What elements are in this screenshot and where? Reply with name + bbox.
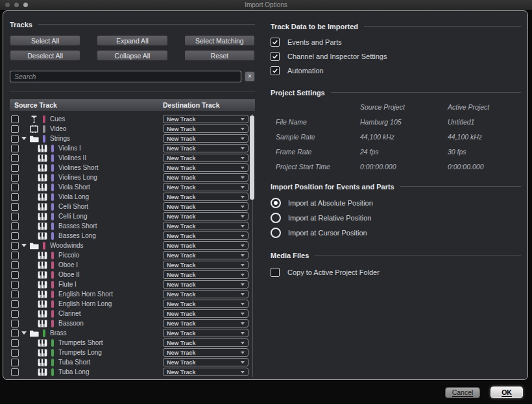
track-checkbox[interactable] — [11, 213, 19, 220]
track-checkbox[interactable] — [11, 329, 19, 337]
destination-track-dropdown[interactable]: New Track — [163, 319, 248, 327]
channel-and-inspector-settings-checkbox[interactable] — [271, 52, 280, 61]
track-row-tuba-long[interactable]: Tuba LongNew Track — [10, 367, 255, 377]
ok-button[interactable]: OK — [490, 386, 523, 398]
import-at-relative-position-radio[interactable] — [271, 213, 281, 223]
track-checkbox[interactable] — [11, 271, 19, 279]
destination-track-dropdown[interactable]: New Track — [163, 125, 248, 133]
track-checkbox[interactable] — [11, 164, 19, 172]
search-clear-button[interactable]: × — [245, 71, 255, 82]
destination-track-dropdown[interactable]: New Track — [163, 134, 248, 143]
copy-to-active-project-folder-checkbox[interactable] — [271, 268, 280, 277]
track-row-strings[interactable]: StringsNew Track — [10, 134, 255, 143]
destination-track-dropdown[interactable]: New Track — [163, 115, 248, 123]
destination-track-dropdown[interactable]: New Track — [163, 202, 248, 211]
destination-track-dropdown[interactable]: New Track — [163, 163, 248, 172]
chevron-down-icon[interactable] — [21, 244, 27, 247]
window-minimize-button[interactable] — [14, 3, 19, 7]
track-row-violins-i[interactable]: Violins INew Track — [10, 143, 255, 153]
track-row-flute-i[interactable]: Flute INew Track — [10, 279, 255, 289]
track-row-oboe-ii[interactable]: Oboe IINew Track — [10, 270, 255, 279]
destination-track-dropdown[interactable]: New Track — [163, 309, 248, 318]
track-checkbox[interactable] — [11, 320, 19, 327]
track-row-violines-ii[interactable]: Violines IINew Track — [10, 153, 255, 163]
track-row-clarinet[interactable]: ClarinetNew Track — [10, 309, 255, 318]
track-checkbox[interactable] — [11, 184, 19, 191]
track-checkbox[interactable] — [11, 174, 19, 182]
deselect-all-button[interactable]: Deselect All — [10, 50, 80, 61]
destination-track-dropdown[interactable]: New Track — [163, 339, 248, 347]
destination-track-dropdown[interactable]: New Track — [163, 251, 248, 259]
track-row-basses-short[interactable]: Basses ShortNew Track — [10, 221, 255, 231]
track-checkbox[interactable] — [11, 115, 19, 123]
destination-track-dropdown[interactable]: New Track — [163, 290, 248, 298]
chevron-down-icon[interactable] — [21, 331, 27, 335]
track-row-tuba-short[interactable]: Tuba ShortNew Track — [10, 357, 255, 367]
import-at-cursor-position-radio[interactable] — [271, 228, 281, 238]
track-row-bassoon[interactable]: BassoonNew Track — [10, 318, 255, 328]
track-checkbox[interactable] — [11, 339, 19, 347]
track-checkbox[interactable] — [11, 125, 19, 133]
track-row-brass[interactable]: BrassNew Track — [10, 328, 255, 338]
destination-track-dropdown[interactable]: New Track — [163, 368, 248, 376]
track-checkbox[interactable] — [11, 232, 19, 240]
destination-track-dropdown[interactable]: New Track — [163, 212, 248, 220]
track-row-viola-short[interactable]: Viola ShortNew Track — [10, 182, 255, 192]
track-checkbox[interactable] — [11, 135, 19, 143]
track-checkbox[interactable] — [11, 203, 19, 211]
track-row-celli-short[interactable]: Celli ShortNew Track — [10, 202, 255, 211]
events-and-parts-checkbox[interactable] — [271, 38, 280, 47]
track-checkbox[interactable] — [11, 368, 19, 376]
track-checkbox[interactable] — [11, 281, 19, 289]
track-row-english-horn-short[interactable]: English Horn ShortNew Track — [10, 289, 255, 299]
track-checkbox[interactable] — [11, 291, 19, 298]
track-row-cues[interactable]: CuesNew Track — [10, 114, 255, 124]
track-row-violines-short[interactable]: Violines ShortNew Track — [10, 163, 255, 172]
track-checkbox[interactable] — [11, 310, 19, 318]
destination-track-dropdown[interactable]: New Track — [163, 358, 248, 366]
destination-track-dropdown[interactable]: New Track — [163, 154, 248, 162]
destination-track-dropdown[interactable]: New Track — [163, 261, 248, 269]
track-row-viola-long[interactable]: Viola LongNew Track — [10, 192, 255, 202]
search-input[interactable] — [10, 71, 241, 82]
track-row-woodwinds[interactable]: WoodwindsNew Track — [10, 241, 255, 250]
track-row-trumpets-long[interactable]: Trumpets LongNew Track — [10, 348, 255, 357]
track-checkbox[interactable] — [11, 154, 19, 162]
cancel-button[interactable]: Cancel — [445, 387, 480, 398]
destination-track-dropdown[interactable]: New Track — [163, 241, 248, 250]
track-checkbox[interactable] — [11, 242, 19, 250]
destination-track-dropdown[interactable]: New Track — [163, 280, 248, 289]
track-row-english-horn-long[interactable]: English Horn LongNew Track — [10, 299, 255, 309]
track-checkbox[interactable] — [11, 349, 19, 357]
destination-track-dropdown[interactable]: New Track — [163, 222, 248, 230]
select-all-button[interactable]: Select All — [10, 35, 80, 46]
destination-track-dropdown[interactable]: New Track — [163, 173, 248, 182]
track-row-oboe-i[interactable]: Oboe INew Track — [10, 260, 255, 270]
automation-checkbox[interactable] — [271, 66, 280, 75]
collapse-all-button[interactable]: Collapse All — [97, 50, 167, 61]
destination-track-dropdown[interactable]: New Track — [163, 270, 248, 279]
window-close-button[interactable] — [5, 3, 10, 7]
expand-all-button[interactable]: Expand All — [97, 35, 167, 46]
track-checkbox[interactable] — [11, 222, 19, 230]
chevron-down-icon[interactable] — [21, 137, 27, 140]
select-matching-button[interactable]: Select Matching — [184, 35, 255, 46]
window-zoom-button[interactable] — [23, 3, 28, 7]
track-row-trumpets-short[interactable]: Trumpets ShortNew Track — [10, 338, 255, 348]
destination-track-dropdown[interactable]: New Track — [163, 193, 248, 201]
destination-track-dropdown[interactable]: New Track — [163, 329, 248, 337]
track-checkbox[interactable] — [11, 261, 19, 269]
track-checkbox[interactable] — [11, 359, 19, 366]
destination-track-dropdown[interactable]: New Track — [163, 300, 248, 308]
track-row-video[interactable]: VideoNew Track — [10, 124, 255, 134]
track-row-piccolo[interactable]: PiccoloNew Track — [10, 250, 255, 260]
destination-track-dropdown[interactable]: New Track — [163, 232, 248, 240]
destination-track-dropdown[interactable]: New Track — [163, 348, 248, 357]
track-row-violines-long[interactable]: Violines LongNew Track — [10, 172, 255, 182]
destination-track-dropdown[interactable]: New Track — [163, 183, 248, 191]
track-checkbox[interactable] — [11, 252, 19, 259]
import-at-absolute-position-radio[interactable] — [271, 198, 281, 208]
track-row-celli-long[interactable]: Celli LongNew Track — [10, 211, 255, 221]
destination-track-dropdown[interactable]: New Track — [163, 144, 248, 152]
reset-button[interactable]: Reset — [184, 50, 255, 61]
